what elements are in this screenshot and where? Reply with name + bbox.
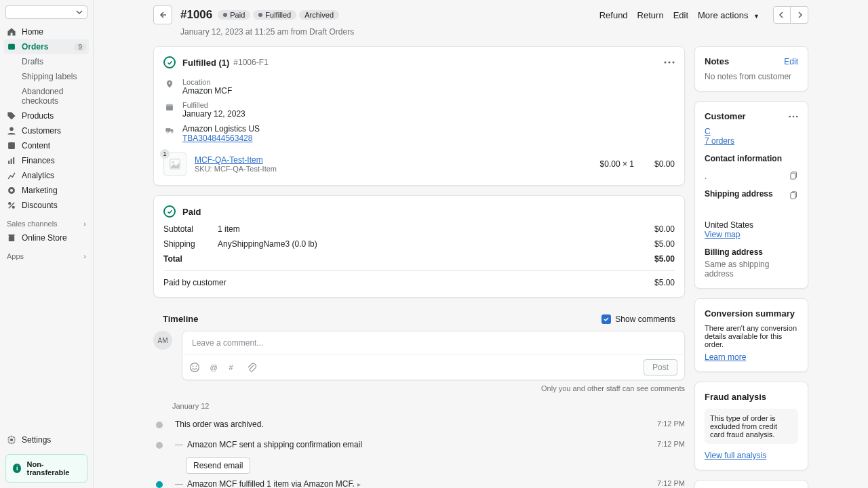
carrier-name: Amazon Logistics US — [182, 124, 260, 134]
calendar-icon — [163, 101, 176, 112]
order-header: #1006 Paid Fulfilled Archived Refund Ret… — [153, 3, 808, 27]
comment-input[interactable]: Leave a comment... — [182, 331, 684, 355]
svg-rect-0 — [8, 44, 15, 49]
sales-channels-header[interactable]: Sales channels › — [0, 213, 93, 230]
nav-content[interactable]: Content — [0, 138, 93, 153]
resend-email-button[interactable]: Resend email — [186, 458, 250, 474]
refund-button[interactable]: Refund — [599, 10, 628, 20]
collapse-toggle[interactable]: — — [175, 440, 183, 449]
caret-right-icon[interactable]: ▸ — [357, 481, 361, 488]
copy-contact-button[interactable] — [790, 171, 798, 181]
sidebar: Home Orders 9 Drafts Shipping labels Aba… — [0, 0, 94, 488]
timeline-time: 7:12 PM — [657, 440, 685, 448]
customer-title: Customer — [705, 111, 746, 121]
conversion-text: There aren't any conversion details avai… — [705, 324, 798, 348]
discounts-icon — [7, 201, 16, 210]
prev-order-button[interactable] — [773, 6, 791, 24]
svg-point-1 — [9, 127, 14, 131]
show-comments-toggle[interactable]: Show comments — [601, 314, 675, 324]
apps-header[interactable]: Apps › — [0, 245, 93, 263]
comment-hint: Only you and other staff can see comment… — [153, 380, 685, 392]
nav-online-store[interactable]: Online Store — [0, 230, 93, 245]
fulfilled-label: Fulfilled — [182, 101, 245, 109]
shipping-amount: $5.00 — [654, 239, 675, 249]
svg-rect-15 — [166, 104, 173, 106]
svg-point-11 — [665, 62, 667, 64]
paid-by-label: Paid by customer — [163, 278, 654, 287]
timeline-section: Timeline Show comments AM Leave a commen… — [153, 307, 685, 488]
total-amount: $5.00 — [654, 254, 675, 264]
edit-button[interactable]: Edit — [673, 10, 688, 20]
customer-more-button[interactable] — [789, 115, 798, 118]
nav-home[interactable]: Home — [0, 24, 93, 39]
more-actions-button[interactable]: More actions ▼ — [698, 10, 760, 20]
copy-shipping-button[interactable] — [790, 191, 798, 199]
nav-finances[interactable]: Finances — [0, 153, 93, 168]
total-label: Total — [163, 254, 218, 264]
main-content: #1006 Paid Fulfilled Archived Refund Ret… — [94, 0, 868, 488]
timeline-date: January 12 — [153, 392, 685, 414]
conversion-card: Conversion summary There aren't any conv… — [694, 298, 808, 372]
svg-rect-5 — [13, 157, 14, 164]
customer-name-link[interactable]: C — [705, 127, 798, 136]
next-order-button[interactable] — [791, 6, 808, 24]
customer-orders-link[interactable]: 7 orders — [705, 136, 798, 146]
post-button[interactable]: Post — [644, 359, 677, 375]
nav-settings[interactable]: Settings — [0, 431, 93, 449]
nav-orders[interactable]: Orders 9 — [4, 39, 89, 54]
finances-icon — [7, 156, 16, 165]
tracking-link[interactable]: TBA304844563428 — [182, 134, 260, 143]
mention-icon[interactable]: @ — [208, 362, 219, 373]
timeline-event: — Amazon MCF fulfilled 1 item via Amazon… — [153, 474, 685, 488]
collapse-toggle[interactable]: — — [175, 479, 183, 488]
customer-card: Customer C 7 orders Contact information … — [694, 101, 808, 289]
conversion-learn-more-link[interactable]: Learn more — [705, 352, 798, 362]
attachment-icon[interactable] — [246, 362, 257, 373]
shipping-desc: AnyShippingName3 (0.0 lb) — [218, 239, 654, 249]
nav-discounts[interactable]: Discounts — [0, 198, 93, 213]
svg-rect-3 — [8, 161, 9, 164]
nav-abandoned-checkouts[interactable]: Abandoned checkouts — [0, 84, 93, 108]
notes-edit-button[interactable]: Edit — [784, 57, 798, 66]
hashtag-icon[interactable]: # — [227, 362, 238, 373]
badge-archived: Archived — [299, 10, 339, 20]
gear-icon — [7, 435, 16, 445]
customers-icon — [7, 126, 16, 136]
timeline-dot-icon — [156, 481, 163, 488]
svg-rect-32 — [791, 193, 795, 199]
timeline-text: Amazon MCF fulfilled 1 item via Amazon M… — [187, 479, 657, 488]
nav-shipping-labels[interactable]: Shipping labels — [0, 69, 93, 84]
svg-rect-30 — [791, 174, 795, 180]
view-full-analysis-link[interactable]: View full analysis — [705, 451, 798, 460]
check-circle-icon — [163, 56, 176, 68]
back-button[interactable] — [153, 5, 172, 24]
emoji-icon[interactable] — [189, 362, 200, 373]
nav-customers[interactable]: Customers — [0, 123, 93, 138]
store-selector[interactable] — [5, 5, 87, 19]
arrow-left-icon — [159, 11, 167, 19]
user-avatar: AM — [153, 331, 172, 350]
nav-analytics[interactable]: Analytics — [0, 168, 93, 183]
return-button[interactable]: Return — [637, 10, 664, 20]
svg-point-12 — [669, 62, 671, 64]
shipping-address-title: Shipping address — [705, 189, 773, 199]
svg-point-8 — [8, 202, 11, 205]
products-icon — [7, 111, 16, 121]
line-item-name[interactable]: MCF-QA-Test-Item — [195, 155, 277, 165]
location-pin-icon — [163, 78, 176, 89]
nav-products[interactable]: Products — [0, 108, 93, 123]
view-map-link[interactable]: View map — [705, 230, 798, 239]
nav-drafts[interactable]: Drafts — [0, 54, 93, 69]
orders-badge: 9 — [74, 43, 86, 51]
location-label: Location — [182, 78, 232, 86]
fulfillment-more-button[interactable] — [664, 61, 675, 64]
fulfilled-title: Fulfilled (1) — [182, 58, 229, 68]
line-item-sku: SKU: MCF-QA-Test-Item — [195, 165, 277, 173]
nav-marketing[interactable]: Marketing — [0, 183, 93, 198]
checkbox-checked-icon — [601, 314, 611, 324]
home-icon — [7, 27, 16, 37]
billing-address-title: Billing address — [705, 247, 798, 257]
non-transferable-banner[interactable]: i Non-transferable — [5, 454, 87, 483]
timeline-time: 7:12 PM — [657, 420, 685, 428]
svg-point-27 — [793, 115, 795, 117]
